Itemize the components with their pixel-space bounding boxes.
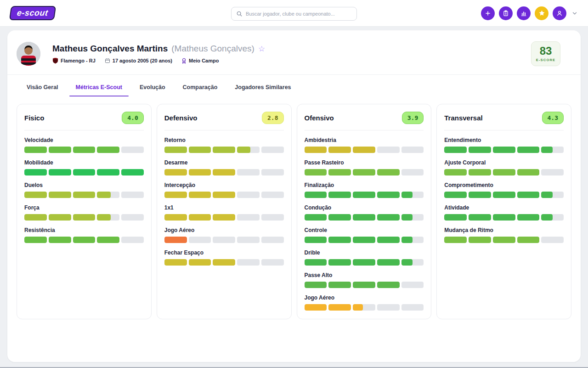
metric-label: Intercepção [164, 182, 284, 188]
metric-rating-bar [305, 259, 424, 266]
rating-segment [541, 192, 564, 198]
rating-segment [49, 192, 71, 198]
metric-rating-bar [164, 259, 284, 266]
rating-segment [49, 237, 71, 243]
stats-button[interactable] [517, 6, 531, 20]
metric-label: Passe Rasteiro [305, 159, 424, 166]
metric-rating-bar [164, 147, 284, 153]
rating-segment [353, 304, 375, 311]
rating-segment [261, 147, 284, 153]
metric-row: Duelos [24, 182, 144, 198]
player-name: Matheus Gonçalves Martins [52, 44, 168, 54]
rating-segment [469, 192, 491, 198]
rating-segment [73, 192, 96, 198]
rating-segment [164, 259, 187, 266]
rating-segment [24, 192, 47, 198]
metrics-grid: Fisico4.0VelocidadeMobilidadeDuelosForça… [7, 96, 581, 319]
metric-rating-bar [444, 214, 564, 221]
tab-vis-o-geral[interactable]: Visão Geral [27, 84, 58, 96]
rating-segment [377, 214, 400, 221]
rating-segment [213, 259, 235, 266]
tab-m-tricas-e-scout[interactable]: Métricas E-Scout [76, 84, 122, 96]
rating-segment [164, 214, 187, 221]
metric-rating-bar [305, 304, 424, 311]
tab-compara-o[interactable]: Comparação [183, 84, 218, 96]
rating-segment [541, 169, 564, 176]
rating-segment [261, 192, 284, 198]
favorite-star-icon[interactable]: ☆ [258, 45, 265, 53]
rating-segment [189, 147, 211, 153]
favorites-button[interactable] [535, 6, 548, 20]
rating-segment [97, 147, 119, 153]
metric-rating-bar [164, 169, 284, 176]
rating-segment [305, 282, 327, 288]
position-medal-icon [181, 58, 187, 64]
rating-segment [213, 169, 235, 176]
tab-evolu-o[interactable]: Evolução [140, 84, 165, 96]
metric-row: Resistência [24, 227, 144, 243]
rating-segment [237, 237, 260, 243]
rating-segment [213, 147, 235, 153]
metric-label: Retorno [164, 137, 284, 143]
metric-row: Passe Alto [305, 272, 424, 288]
rating-segment [401, 237, 424, 243]
metric-label: Drible [305, 249, 424, 256]
rating-segment [401, 282, 424, 288]
tab-jogadores-similares[interactable]: Jogadores Similares [235, 84, 291, 96]
tabs: Visão GeralMétricas E-ScoutEvoluçãoCompa… [7, 75, 581, 96]
rating-segment [189, 259, 211, 266]
rating-segment [73, 237, 96, 243]
add-button[interactable] [481, 6, 495, 20]
rating-segment [377, 237, 400, 243]
metric-rating-bar [305, 237, 424, 243]
chevron-down-icon[interactable] [571, 10, 578, 17]
rating-segment [493, 169, 515, 176]
rating-segment [469, 169, 491, 176]
plus-icon [485, 10, 491, 17]
metric-row: Retorno [164, 137, 284, 153]
rating-segment [328, 192, 351, 198]
app-logo[interactable]: e-scout [9, 6, 56, 20]
reports-button[interactable] [499, 6, 513, 20]
metric-rating-bar [305, 169, 424, 176]
rating-segment [213, 192, 235, 198]
player-avatar [17, 42, 40, 66]
metric-row: Jogo Aéreo [164, 227, 284, 243]
metric-rating-bar [24, 169, 144, 176]
rating-segment [541, 237, 564, 243]
metric-row: Mudança de Ritmo [444, 227, 564, 243]
search-input[interactable] [246, 11, 352, 17]
rating-segment [261, 237, 284, 243]
rating-segment [73, 147, 96, 153]
player-birthdate: 17 agosto 2005 (20 anos) [105, 58, 172, 63]
metric-label: Controle [305, 227, 424, 233]
top-navigation-bar: e-scout [0, 0, 588, 27]
rating-segment [493, 192, 515, 198]
metric-label: Comprometimento [444, 182, 564, 188]
rating-segment [73, 169, 96, 176]
rating-segment [377, 282, 400, 288]
metric-label: Resistência [24, 227, 144, 233]
player-header: Matheus Gonçalves Martins (Matheus Gonça… [7, 30, 581, 75]
player-club: Flamengo - RJ [52, 57, 96, 64]
profile-button[interactable] [553, 6, 566, 20]
player-alias: (Matheus Gonçalves) [171, 44, 254, 54]
rating-segment [517, 169, 540, 176]
rating-segment [189, 237, 211, 243]
rating-segment [469, 237, 491, 243]
rating-segment [73, 214, 96, 221]
metric-row: Passe Rasteiro [305, 159, 424, 176]
rating-segment [213, 237, 235, 243]
rating-segment [444, 147, 467, 153]
search-bar[interactable] [231, 7, 357, 21]
card-score-badge: 3.9 [402, 112, 424, 124]
metric-card-defensivo: Defensivo2.8RetornoDesarmeIntercepção1x1… [157, 104, 292, 319]
card-title: Defensivo [164, 114, 198, 122]
rating-segment [237, 169, 260, 176]
rating-segment [377, 169, 400, 176]
rating-segment [469, 147, 491, 153]
rating-segment [189, 169, 211, 176]
rating-segment [164, 169, 187, 176]
rating-segment [164, 192, 187, 198]
rating-segment [401, 169, 424, 176]
